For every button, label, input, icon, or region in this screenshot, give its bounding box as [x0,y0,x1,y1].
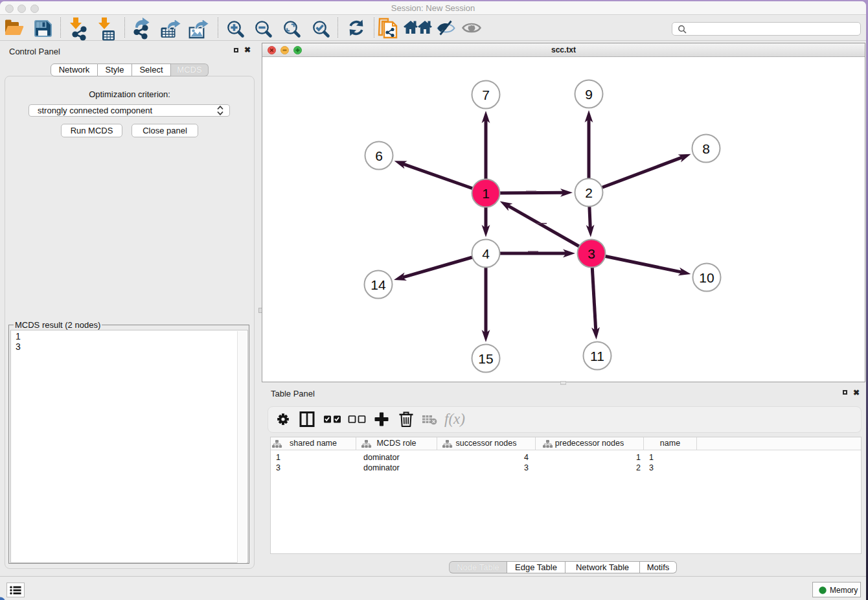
svg-text:11: 11 [590,349,604,363]
svg-text:3: 3 [588,246,595,261]
svg-text:7: 7 [482,87,490,102]
svg-text:14: 14 [371,277,386,292]
svg-text:6: 6 [375,148,383,163]
svg-text:10: 10 [699,270,714,285]
svg-text:f(x): f(x) [444,411,465,427]
svg-text:9: 9 [585,87,593,102]
svg-text:4: 4 [482,246,490,261]
svg-text:1: 1 [482,186,490,201]
svg-text:2: 2 [585,185,593,200]
svg-text:8: 8 [702,141,710,156]
svg-text:15: 15 [478,351,493,366]
